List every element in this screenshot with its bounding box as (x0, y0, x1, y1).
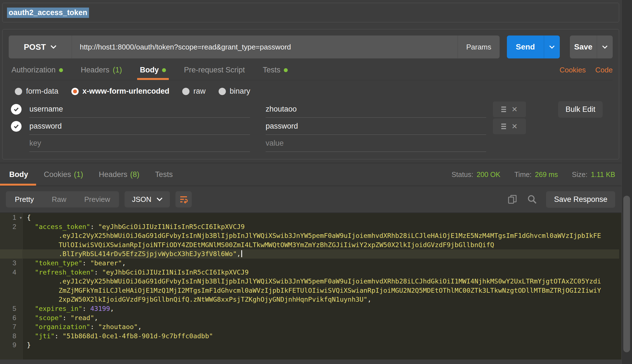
url-group: POST http://host1:8000/oauth/token?scope… (9, 36, 500, 58)
request-tab-headers[interactable]: Headers(1) (81, 66, 122, 80)
token-s: "51b868d1-0ce1-4fb8-901d-9c7bffc0adbb" (62, 332, 213, 340)
code-line: .eyJ1c2VyX25hbWUiOiJ6aG91dGFvbyIsInNjb3B… (0, 231, 619, 240)
line-number: 2 (0, 222, 22, 231)
line-number: 8 (0, 332, 22, 341)
line-content: .BlIryRbSL414rDv5EfzZSjpjvWybcX3hEJy3fV8… (22, 249, 242, 259)
url-input[interactable]: http://host1:8000/oauth/token?scope=read… (72, 36, 458, 58)
body-mode-x-www-form-urlencoded[interactable]: x-www-form-urlencoded (71, 87, 170, 96)
token-k: "scope" (35, 314, 62, 322)
fold-caret-icon[interactable]: ▾ (20, 213, 22, 223)
radio-icon (15, 88, 22, 95)
request-tab-pre-request-script[interactable]: Pre-request Script (184, 66, 245, 80)
request-tab-body[interactable]: Body (140, 66, 166, 80)
line-number: 6 (0, 313, 22, 323)
request-tab-tests[interactable]: Tests (263, 66, 288, 80)
request-tabs: AuthorizationHeaders(1)BodyPre-request S… (11, 66, 288, 80)
body-mode-binary[interactable]: binary (219, 87, 251, 96)
save-options-button[interactable] (597, 36, 613, 58)
radio-icon (219, 88, 226, 95)
chevron-down-icon (549, 45, 555, 49)
line-content: "refresh_token": "eyJhbGciOiJIUzI1NiIsIn… (22, 268, 249, 277)
kv-value-input[interactable]: zhoutaoo (266, 101, 486, 118)
token-t: : (90, 223, 98, 231)
delete-row-icon[interactable]: ✕ (512, 106, 518, 113)
request-title[interactable]: oauth2_access_token (7, 8, 89, 18)
format-dropdown[interactable]: JSON (125, 191, 170, 207)
view-mode-raw[interactable]: Raw (43, 191, 75, 207)
response-body-code[interactable]: 1▾{2 "access_token": "eyJhbGciOiJIUzI1Ni… (0, 213, 632, 360)
response-actions: Save Response (507, 191, 615, 208)
delete-row-icon[interactable]: ✕ (512, 123, 518, 130)
kv-key-input[interactable]: username (29, 101, 250, 118)
copy-icon[interactable] (507, 194, 518, 205)
body-mode-label: form-data (26, 87, 58, 96)
response-tab-cookies[interactable]: Cookies(1) (36, 163, 91, 186)
code-line: ZmZjMGFkYmIiLCJleHAiOjE1MzQ1MjI2MTgsImF1… (0, 286, 619, 295)
line-content: 2xpZW50X2lkIjoidGVzdF9jbGllbnQifQ.zNtWWG… (22, 295, 371, 304)
kv-row: keyvalue (11, 135, 613, 152)
meta-status: Status:200 OK (451, 171, 500, 179)
save-response-button[interactable]: Save Response (546, 191, 615, 208)
search-icon[interactable] (526, 194, 538, 205)
tab-count: (1) (74, 170, 83, 179)
cookies-link[interactable]: Cookies (560, 66, 586, 74)
chevron-down-icon (156, 197, 163, 201)
code-line: TUlOIiwiSVQiXSwianRpIjoiNTFiODY4ZDEtMGNl… (0, 240, 619, 250)
view-mode-pretty[interactable]: Pretty (6, 191, 43, 207)
response-tab-tests[interactable]: Tests (147, 163, 181, 186)
kv-rows: usernamezhoutaoo✕passwordpassword✕keyval… (11, 101, 613, 152)
bulk-edit-button[interactable]: Bulk Edit (558, 101, 603, 118)
view-mode-group: PrettyRawPreview (6, 191, 119, 207)
kv-key-input[interactable]: key (29, 135, 250, 152)
body-mode-radios: form-datax-www-form-urlencodedrawbinary (15, 87, 619, 96)
meta-size: Size:1.11 KB (572, 171, 615, 179)
tab-label: Headers (99, 170, 127, 179)
window-scrollbar[interactable] (621, 0, 632, 364)
line-number (0, 240, 22, 250)
request-bar: POST http://host1:8000/oauth/token?scope… (9, 36, 613, 58)
radio-icon (182, 88, 189, 95)
body-mode-form-data[interactable]: form-data (15, 87, 58, 96)
save-button[interactable]: Save (570, 36, 597, 58)
response-tab-body[interactable]: Body (0, 163, 36, 186)
kv-value-input[interactable]: password (266, 118, 486, 135)
scrollbar-thumb[interactable] (623, 196, 630, 352)
method-label: POST (24, 42, 46, 52)
send-button[interactable]: Send (507, 36, 544, 58)
body-mode-raw[interactable]: raw (182, 87, 206, 96)
method-dropdown[interactable]: POST (9, 36, 72, 58)
params-button[interactable]: Params (458, 36, 500, 58)
kv-value-input[interactable]: value (266, 135, 486, 152)
token-t (27, 268, 35, 276)
checkbox-checked-icon[interactable] (11, 104, 22, 115)
code-link[interactable]: Code (595, 66, 613, 74)
wrap-text-button[interactable] (175, 191, 192, 207)
response-tab-headers[interactable]: Headers(8) (91, 163, 147, 186)
request-links: Cookies Code (560, 66, 613, 80)
line-content: .eyJ1c2VyX25hbWUiOiJ6aG91dGFvbyIsInNjb3B… (22, 277, 601, 286)
line-number (0, 231, 22, 240)
line-content: "scope": "read", (22, 313, 98, 323)
drag-handle-icon[interactable] (501, 124, 506, 129)
send-options-button[interactable] (544, 36, 560, 58)
request-tab-authorization[interactable]: Authorization (11, 66, 63, 80)
meta-label: Size: (572, 171, 587, 179)
token-k: "token_type" (35, 259, 82, 267)
token-s: "eyJhbGciOiJIUzI1NiIsInR5cCI6IkpXVCJ9 (98, 223, 245, 231)
kv-row-actions: ✕ (493, 101, 526, 117)
chevron-down-icon (602, 45, 608, 49)
view-mode-preview[interactable]: Preview (75, 191, 119, 207)
code-line: 4 "refresh_token": "eyJhbGciOiJIUzI1NiIs… (0, 268, 619, 277)
token-k: "refresh_token" (35, 268, 94, 276)
checkbox-checked-icon[interactable] (11, 121, 22, 132)
green-dot-icon (284, 68, 288, 72)
drag-handle-icon[interactable] (501, 107, 506, 112)
code-line: .eyJ1c2VyX25hbWUiOiJ6aG91dGFvbyIsInNjb3B… (0, 277, 619, 286)
radio-icon (71, 88, 79, 95)
response-header: BodyCookies(1)Headers(8)Tests Status:200… (0, 163, 632, 186)
token-s: TUlOIiwiSVQiXSwianRpIjoiNTFiODY4ZDEtMGNl… (58, 241, 494, 249)
kv-key-input[interactable]: password (29, 118, 250, 135)
token-t (27, 232, 58, 240)
format-label: JSON (132, 195, 151, 204)
code-line: 5 "expires_in": 43199, (0, 304, 619, 313)
